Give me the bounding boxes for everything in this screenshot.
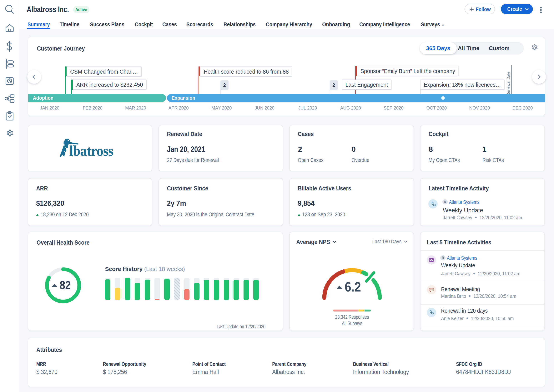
svg-text:lbatross: lbatross bbox=[69, 143, 113, 157]
